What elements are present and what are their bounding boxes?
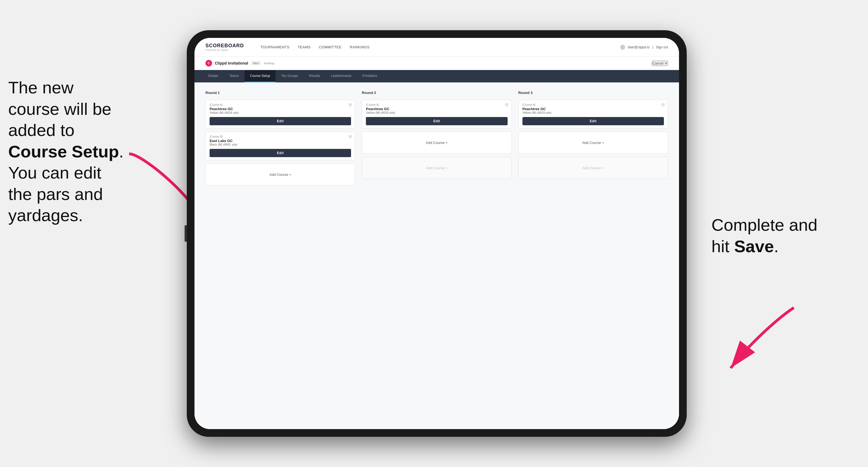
round2-course-a-label: (Course A) (366, 103, 507, 106)
cancel-button[interactable]: Cancel ✕ (652, 61, 668, 66)
round1-add-course[interactable]: Add Course + (206, 163, 355, 185)
round-2-title: Round 2 (362, 91, 512, 95)
round3-course-a-label: (Course A) (522, 103, 664, 106)
annotation-course-setup: Course Setup (8, 142, 119, 161)
round1-course-b-tee: Black (M) (6891 yds) (210, 143, 351, 146)
powered-by: Powered by clippd (206, 49, 244, 51)
round-3-col: Round 3 ⊟ (Course A) Peachtree GC Yellow… (518, 91, 668, 185)
round1-course-b-name: East Lake GC (210, 139, 351, 143)
separator: | (652, 45, 653, 49)
round3-add-course-2-text: Add Course + (582, 166, 604, 170)
round3-course-a-edit-btn[interactable]: Edit (522, 117, 664, 125)
round-2-col: Round 2 ⊟ (Course A) Peachtree GC Yellow… (362, 91, 512, 185)
nav-committee[interactable]: COMMITTEE (319, 45, 342, 49)
tablet-device: SCOREBOARD Powered by clippd TOURNAMENTS… (187, 30, 687, 437)
annotation-line3: added to (8, 121, 74, 139)
annotation-left: The new course will be added to Course S… (8, 77, 167, 226)
annotation-save: Save (734, 237, 774, 256)
tournament-info: C Clippd Invitational Men Hosting (206, 60, 274, 66)
round1-course-b-card: ⊟ (Course B) East Lake GC Black (M) (689… (206, 132, 355, 160)
tab-results[interactable]: Results (304, 70, 326, 83)
rounds-grid: Round 1 ⊟ (Course A) Peachtree GC Yellow… (206, 91, 668, 185)
round2-course-a-delete[interactable]: ⊟ (504, 102, 509, 107)
round3-add-course[interactable]: Add Course + (518, 132, 668, 154)
round1-course-b-delete[interactable]: ⊟ (348, 134, 353, 139)
round-3-title: Round 3 (518, 91, 668, 95)
tab-leaderboards[interactable]: Leaderboards (326, 70, 357, 83)
round3-course-a-name: Peachtree GC (522, 107, 664, 111)
tab-details[interactable]: Details (203, 70, 224, 83)
annotation-line1: The new (8, 78, 73, 97)
round-1-col: Round 1 ⊟ (Course A) Peachtree GC Yellow… (206, 91, 355, 185)
round2-course-a-edit-btn[interactable]: Edit (366, 117, 507, 125)
round1-course-a-name: Peachtree GC (210, 107, 351, 111)
round2-add-course[interactable]: Add Course + (362, 132, 512, 154)
round1-course-a-card: ⊟ (Course A) Peachtree GC Yellow (M) (66… (206, 100, 355, 128)
tournament-gender: Men (251, 61, 261, 65)
screen-content: SCOREBOARD Powered by clippd TOURNAMENTS… (194, 38, 679, 429)
round1-course-a-tee: Yellow (M) (6629 yds) (210, 111, 351, 114)
tournament-status: Hosting (264, 62, 274, 65)
round3-add-course-text: Add Course + (582, 141, 604, 145)
main-content: Round 1 ⊟ (Course A) Peachtree GC Yellow… (194, 83, 679, 429)
round1-course-b-label: (Course B) (210, 135, 351, 138)
round2-add-course-2: Add Course + (362, 157, 512, 179)
nav-rankings[interactable]: RANKINGS (350, 45, 369, 49)
tab-bar: Details Teams Course Setup Tee Groups Re… (194, 70, 679, 83)
sign-out-link[interactable]: Sign out (656, 45, 668, 49)
round2-course-a-card: ⊟ (Course A) Peachtree GC Yellow (M) (66… (362, 100, 512, 128)
round1-course-a-delete[interactable]: ⊟ (348, 102, 353, 107)
tournament-logo: C (206, 60, 212, 66)
tablet-side-button (185, 225, 187, 242)
tab-printables[interactable]: Printables (357, 70, 383, 83)
nav-tournaments[interactable]: TOURNAMENTS (260, 45, 289, 49)
logo-area: SCOREBOARD Powered by clippd (206, 43, 244, 51)
round1-course-a-edit-btn[interactable]: Edit (210, 117, 351, 125)
round3-course-a-card: ⊟ (Course A) Peachtree GC Yellow (M) (66… (518, 100, 668, 128)
round1-course-a-label: (Course A) (210, 103, 351, 106)
annotation-right-line2: hit (711, 237, 734, 256)
tab-teams[interactable]: Teams (224, 70, 245, 83)
annotation-right: Complete and hit Save. (711, 214, 854, 257)
round3-course-a-delete[interactable]: ⊟ (661, 102, 665, 107)
nav-right: blair@clippd.io | Sign out (620, 45, 668, 50)
scoreboard-logo: SCOREBOARD (206, 43, 244, 49)
nav-teams[interactable]: TEAMS (298, 45, 311, 49)
round2-course-a-name: Peachtree GC (366, 107, 507, 111)
round3-add-course-2: Add Course + (518, 157, 668, 179)
tablet-screen: SCOREBOARD Powered by clippd TOURNAMENTS… (194, 38, 679, 429)
round1-course-b-edit-btn[interactable]: Edit (210, 149, 351, 157)
round2-course-a-tee: Yellow (M) (6629 yds) (366, 111, 507, 114)
tournament-name: Clippd Invitational (215, 61, 248, 65)
user-email: blair@clippd.io (628, 45, 650, 49)
nav-links: TOURNAMENTS TEAMS COMMITTEE RANKINGS (260, 45, 609, 49)
round1-add-course-text: Add Course + (270, 173, 291, 177)
round2-add-course-text: Add Course + (426, 141, 448, 145)
user-avatar (620, 45, 625, 50)
annotation-line7: yardages. (8, 206, 83, 225)
tournament-bar: C Clippd Invitational Men Hosting Cancel… (194, 57, 679, 70)
round2-add-course-2-text: Add Course + (426, 166, 448, 170)
tab-course-setup[interactable]: Course Setup (245, 70, 276, 83)
annotation-line2: course will be (8, 99, 112, 118)
round3-course-a-tee: Yellow (M) (6629 yds) (522, 111, 664, 114)
round-1-title: Round 1 (206, 91, 355, 95)
tab-tee-groups[interactable]: Tee Groups (276, 70, 304, 83)
annotation-line6: the pars and (8, 185, 103, 204)
annotation-line5: You can edit (8, 163, 101, 182)
annotation-right-line1: Complete and (711, 215, 817, 234)
top-nav: SCOREBOARD Powered by clippd TOURNAMENTS… (194, 38, 679, 57)
arrow-right (722, 302, 799, 374)
